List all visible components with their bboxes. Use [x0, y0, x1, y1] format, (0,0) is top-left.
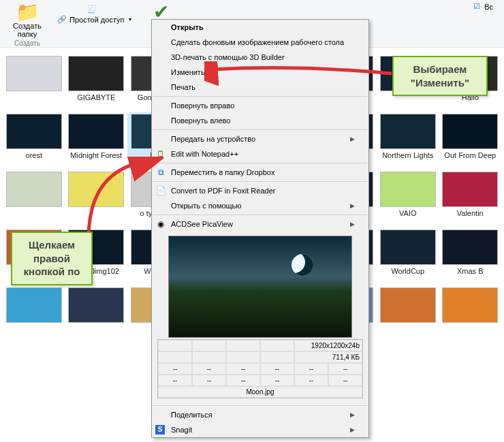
menu-rotate-left[interactable]: Повернуть влево: [152, 113, 368, 128]
thumbnail-label: Out From Deep: [439, 151, 501, 159]
chevron-down-icon: ▾: [129, 16, 131, 22]
thumbnail-item[interactable]: WorldCup: [377, 230, 439, 275]
thumbnail-image: [380, 172, 436, 207]
menu-send-to-device[interactable]: Передать на устройство▶: [152, 131, 368, 146]
callout-choose-edit: Выбираем "Изменить": [392, 56, 488, 96]
thumbnail-item[interactable]: Out From Deep: [439, 114, 502, 159]
menu-snagit[interactable]: SSnagit▶: [152, 422, 368, 437]
easy-access-button[interactable]: 🔗Простой доступ▾: [56, 14, 133, 25]
menu-foxit-pdf[interactable]: 📄Convert to PDF in Foxit Reader: [152, 183, 368, 198]
access-group: 🧾 🔗Простой доступ▾: [50, 1, 138, 47]
thumbnail-image: [68, 172, 124, 207]
preview-info-grid: 1920x1200x24b 711,4 КБ ------------ ----…: [157, 339, 363, 398]
group-caption-create: Создать: [14, 40, 40, 47]
thumbnail-item[interactable]: [3, 287, 65, 323]
select-all-icon: ☑: [472, 2, 482, 11]
submenu-arrow-icon: ▶: [350, 136, 355, 142]
thumbnail-image: [442, 287, 498, 323]
thumbnail-image: [6, 56, 62, 91]
submenu-arrow-icon: ▶: [350, 411, 355, 418]
thumbnail-item[interactable]: [3, 172, 65, 217]
thumbnail-image: [380, 230, 436, 265]
submenu-arrow-icon: ▶: [350, 202, 355, 209]
thumbnail-label: WorldCup: [377, 267, 439, 275]
menu-edit-notepadpp[interactable]: 🗒Edit with Notepad++: [152, 146, 368, 161]
thumbnail-label: orest: [3, 151, 65, 159]
thumbnail-item[interactable]: [65, 287, 128, 323]
new-icon: 🧾: [87, 5, 97, 14]
thumbnail-label: Northern Lights: [377, 151, 439, 159]
thumbnail-image: [380, 287, 436, 323]
thumbnail-label: Valentin: [439, 209, 501, 217]
thumbnail-item[interactable]: [439, 287, 502, 323]
thumbnail-label: Xmas B: [439, 267, 501, 275]
menu-rotate-right[interactable]: Повернуть вправо: [152, 98, 368, 113]
thumbnail-item[interactable]: VAIO: [377, 172, 439, 217]
submenu-arrow-icon: ▶: [350, 426, 355, 433]
menu-3d-print[interactable]: 3D-печать с помощью 3D Builder: [152, 50, 368, 65]
menu-set-wallpaper[interactable]: Сделать фоновым изображением рабочего ст…: [152, 35, 368, 50]
thumbnail-image: [442, 172, 498, 207]
create-folder-button[interactable]: 📁 Создать папку: [10, 1, 45, 40]
menu-edit[interactable]: Изменить: [152, 65, 368, 80]
acdsee-icon: ◉: [155, 219, 166, 229]
thumbnail-item[interactable]: Xmas B: [439, 230, 502, 275]
thumbnail-image: [442, 230, 498, 265]
acdsee-preview: 1920x1200x24b 711,4 КБ ------------ ----…: [152, 232, 368, 404]
create-folder-label: Создать папку: [13, 22, 42, 38]
new-item-button[interactable]: 🧾: [86, 4, 103, 14]
info-dimensions: 1920x1200x24b: [294, 340, 362, 351]
thumbnail-image: [6, 287, 62, 323]
menu-move-dropbox[interactable]: ⧉Переместить в папку Dropbox: [152, 165, 368, 180]
thumbnail-image: [442, 114, 498, 149]
easy-access-label: Простой доступ: [69, 16, 125, 24]
thumbnail-item[interactable]: [3, 56, 65, 101]
menu-share[interactable]: Поделиться▶: [152, 407, 368, 422]
foxit-icon: 📄: [155, 186, 166, 195]
folder-star-icon: 📁: [16, 3, 40, 22]
info-filesize: 711,4 КБ: [294, 351, 362, 363]
thumbnail-label: VAIO: [377, 209, 439, 217]
preview-image: [168, 236, 352, 338]
notepadpp-icon: 🗒: [155, 149, 166, 159]
context-menu: Открыть Сделать фоновым изображением раб…: [151, 19, 369, 438]
grass-shape: [169, 296, 351, 337]
thumbnail-image: [6, 114, 62, 149]
thumbnail-item[interactable]: [377, 287, 439, 323]
select-group: ☑Bс: [465, 1, 500, 47]
thumbnail-item[interactable]: GIGABYTE: [65, 56, 128, 101]
link-icon: 🔗: [57, 15, 67, 24]
thumbnail-image: [68, 56, 124, 91]
thumbnail-label: GIGABYTE: [65, 93, 127, 101]
thumbnail-item[interactable]: orest: [3, 114, 65, 159]
dropbox-icon: ⧉: [155, 168, 166, 177]
select-all-label: Bс: [484, 3, 493, 11]
thumbnail-image: [68, 114, 124, 149]
thumbnail-item[interactable]: Northern Lights: [377, 114, 439, 159]
info-filename: Moon.jpg: [158, 386, 362, 398]
create-group: 📁 Создать папку Создать: [4, 1, 50, 47]
submenu-arrow-icon: ▶: [350, 221, 355, 227]
moon-shape: [292, 254, 313, 276]
menu-open-with[interactable]: Открыть с помощью▶: [152, 198, 368, 213]
snagit-icon: S: [155, 425, 165, 435]
menu-open[interactable]: Открыть: [152, 20, 368, 35]
callout-right-click: Щелкаем правой кнопкой по: [11, 232, 93, 285]
thumbnail-item[interactable]: [65, 172, 128, 217]
menu-acdsee[interactable]: ◉ACDSee PicaView▶: [152, 217, 368, 232]
thumbnail-image: [6, 172, 62, 207]
menu-print[interactable]: Печать: [152, 80, 368, 95]
select-all-button[interactable]: ☑Bс: [471, 1, 494, 12]
thumbnail-image: [68, 287, 124, 323]
thumbnail-item[interactable]: Midnight Forest: [65, 114, 128, 159]
thumbnail-item[interactable]: Valentin: [439, 172, 502, 217]
thumbnail-image: [380, 114, 436, 149]
thumbnail-label: Midnight Forest: [65, 151, 127, 159]
